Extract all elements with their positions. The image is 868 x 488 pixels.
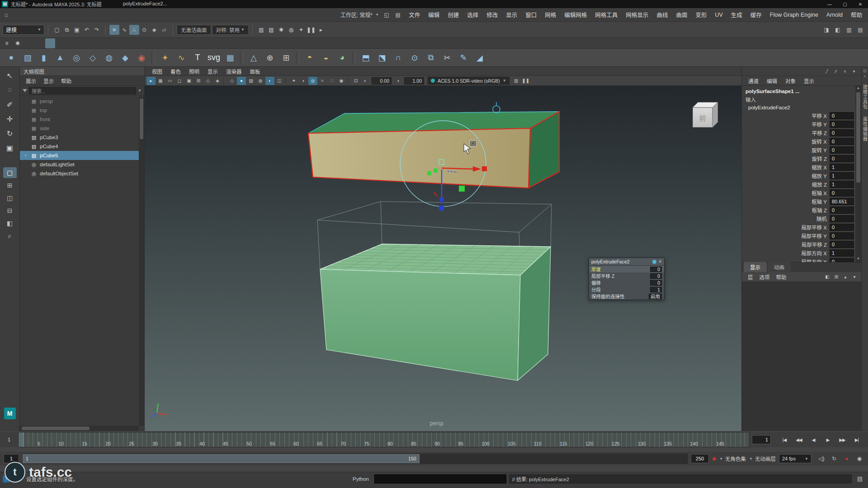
channel-row[interactable]: 旋转 X 0 xyxy=(742,137,861,145)
viewport-menu[interactable]: 照明 xyxy=(185,68,203,75)
animation-end-field[interactable]: 250 xyxy=(691,454,709,463)
channel-row[interactable]: 枢轴 Z 0 xyxy=(742,206,861,214)
channel-value-field[interactable]: 0 xyxy=(830,129,854,136)
command-input[interactable] xyxy=(374,474,506,483)
channel-row[interactable]: 旋转 Y 0 xyxy=(742,145,861,154)
maya-badge-icon[interactable]: M xyxy=(4,408,16,419)
layout-single-pane-icon[interactable]: ▢ xyxy=(3,167,17,178)
mirror-icon[interactable]: ⧉ xyxy=(423,50,439,66)
pin-editor-icon[interactable] xyxy=(652,260,656,264)
dock-vertical-tab[interactable]: 属性编辑器 xyxy=(862,113,868,145)
poly-plane-icon[interactable]: ◇ xyxy=(85,50,100,66)
grid-icon[interactable]: ▦ xyxy=(156,77,165,85)
loop-icon[interactable]: ↻ xyxy=(829,454,839,464)
layout-two-pane-icon[interactable]: ◫ xyxy=(3,192,17,203)
in-view-editor-row[interactable]: 偏移 0 xyxy=(589,279,664,286)
filter-icon[interactable] xyxy=(23,89,27,92)
outliner-title[interactable]: 大纲视图 xyxy=(20,67,144,76)
attribute-value-field[interactable]: 0 xyxy=(650,280,662,286)
channel-value-field[interactable]: 0 xyxy=(830,241,854,248)
new-scene-icon[interactable]: ▢ xyxy=(52,25,62,35)
ssao-icon[interactable]: ◎ xyxy=(308,77,317,85)
toggle-modeling-toolkit-icon[interactable]: ▤ xyxy=(855,25,865,35)
pause-viewport-icon[interactable]: ❚❚ xyxy=(306,25,316,35)
channel-value-field[interactable]: 0 xyxy=(830,138,854,145)
shelf-menu-icon[interactable] xyxy=(95,38,105,48)
channel-box-menu[interactable]: 显示 xyxy=(800,77,818,84)
menu-item[interactable]: Arnold xyxy=(822,8,847,21)
gamma-field[interactable]: 1.00 xyxy=(404,77,424,84)
shaded-icon[interactable]: ● xyxy=(237,77,246,85)
channel-row[interactable]: 平移 Y 0 xyxy=(742,120,861,128)
viewport-toggle-icon[interactable] xyxy=(347,77,350,84)
pin-icon[interactable]: ▪ xyxy=(864,74,866,78)
live-surface-field[interactable]: 无激活曲面 xyxy=(177,25,211,35)
shelf-icon[interactable] xyxy=(240,52,244,64)
crease-icon[interactable]: ◢ xyxy=(472,50,487,66)
shelf-menu-icon[interactable] xyxy=(25,38,35,48)
shelf-menu-icon[interactable] xyxy=(85,38,95,48)
menu-item[interactable]: 网格工具 xyxy=(591,8,622,21)
target-weld-icon[interactable]: ⊙ xyxy=(407,50,422,66)
multisample-icon[interactable]: ∷ xyxy=(327,77,336,85)
channel-value-field[interactable]: 0 xyxy=(830,215,854,222)
base-cube-mesh[interactable] xyxy=(320,244,551,380)
manipulator-slow-icon[interactable]: ╱ xyxy=(823,68,830,75)
outliner-menu[interactable]: 帮助 xyxy=(58,77,75,84)
menu-item[interactable]: 曲面 xyxy=(672,8,691,21)
mute-icon[interactable]: ◁) xyxy=(816,454,826,464)
lasso-tool-icon[interactable]: ◌ xyxy=(3,83,17,97)
sculpt-tool-icon[interactable]: ✦ xyxy=(157,50,173,66)
shelf-menu-icon[interactable] xyxy=(115,38,125,48)
poly-cube-icon[interactable]: ▧ xyxy=(20,50,35,66)
snap-to-curve-icon[interactable]: ∿ xyxy=(119,25,129,35)
field-chart-icon[interactable]: ⊞ xyxy=(194,77,203,85)
channel-box-menu[interactable]: 编辑 xyxy=(763,77,781,84)
outliner-item-side[interactable]: ▦ side xyxy=(20,124,139,133)
character-set-dropdown[interactable]: ▼ 无角色集 xyxy=(719,455,746,462)
menu-item[interactable]: 窗口 xyxy=(521,8,541,21)
layer-move-up-icon[interactable]: ▴ xyxy=(841,273,849,281)
channel-value-field[interactable]: 0 xyxy=(830,121,854,128)
outliner-item-pcube4[interactable]: ▧ pCube4 xyxy=(20,142,139,151)
attribute-value-field[interactable]: 启用 xyxy=(649,294,662,299)
layer-list-area[interactable] xyxy=(742,282,861,431)
poly-cylinder-icon[interactable]: ▮ xyxy=(36,50,52,66)
channel-row[interactable]: 枢轴 X 0 xyxy=(742,188,861,197)
center-pivot-icon[interactable]: ⊕ xyxy=(262,50,278,66)
outliner-menu[interactable]: 显示 xyxy=(40,77,57,84)
view-transform-dropdown[interactable]: ACES 1.0 SDR-video (sRGB) ▼ xyxy=(428,77,509,84)
layout-outliner-persp-icon[interactable]: ◧ xyxy=(3,218,17,229)
use-default-material-icon[interactable]: ◍ xyxy=(256,77,265,85)
shelf-tab-menu-icon[interactable]: ≡ xyxy=(2,38,12,48)
shelf-icon[interactable] xyxy=(352,52,356,64)
outliner-item-defaultlightset[interactable]: ◎ defaultLightSet xyxy=(20,160,139,169)
shelf-menu-icon[interactable] xyxy=(135,38,145,48)
ipr-render-icon[interactable]: ▨ xyxy=(266,25,276,35)
view-cube-front-face[interactable]: 前 xyxy=(693,108,712,127)
channel-row[interactable]: 局部方向 Y 0 xyxy=(742,257,861,262)
shelf-menu-icon[interactable] xyxy=(35,38,45,48)
channel-value-field[interactable]: 1 xyxy=(830,172,854,179)
channel-row[interactable]: 局部平移 Z 0 xyxy=(742,240,861,249)
outliner-item-persp[interactable]: ▦ persp xyxy=(20,97,139,106)
poly-disc-icon[interactable]: ◍ xyxy=(101,50,117,66)
poly-sphere-icon[interactable]: ● xyxy=(4,50,19,66)
multi-cut-icon[interactable]: ✂ xyxy=(439,50,455,66)
channel-value-field[interactable]: 0 xyxy=(830,206,854,214)
chevron-down-icon[interactable]: ▼ xyxy=(138,89,142,93)
in-view-editor[interactable]: polyExtrudeFace2 ✕ 厚度 0 xyxy=(589,258,665,300)
attribute-value-field[interactable]: 1 xyxy=(650,287,662,292)
menu-item[interactable]: 曲线 xyxy=(652,8,672,21)
textured-icon[interactable]: ▨ xyxy=(246,77,255,85)
poly-cone-icon[interactable]: ▲ xyxy=(52,50,68,66)
channel-row[interactable]: 缩放 Y 1 xyxy=(742,171,861,180)
dock-vertical-tab[interactable]: 建模工具包 xyxy=(862,81,868,113)
channel-value-field[interactable]: 1 xyxy=(830,181,854,188)
search-input[interactable]: 搜索... xyxy=(29,87,136,94)
channel-box-menu[interactable]: 对象 xyxy=(782,77,799,84)
channel-value-field[interactable]: 0 xyxy=(830,189,854,197)
quad-draw-icon[interactable]: ✎ xyxy=(456,50,471,66)
z-axis-handle[interactable] xyxy=(427,171,431,175)
separate-icon[interactable]: ◒ xyxy=(318,50,334,66)
